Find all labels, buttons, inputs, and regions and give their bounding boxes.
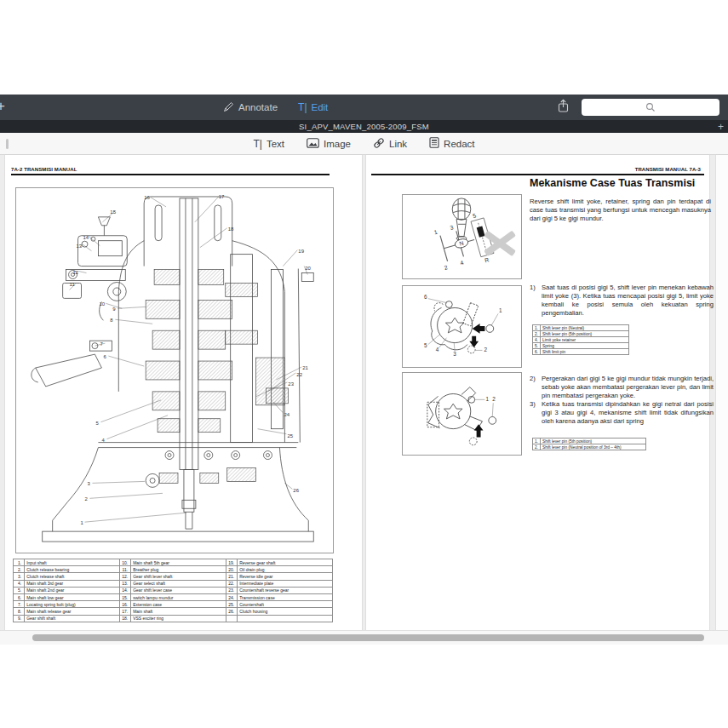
step-item: 2) Pergerakan dari gigi 5 ke gigi mundur… — [530, 375, 714, 400]
page-left-header: 7A-2 TRANSMISI MANUAL — [11, 167, 77, 172]
svg-text:23: 23 — [288, 381, 294, 387]
svg-text:16: 16 — [144, 195, 150, 200]
image-tool-label: Image — [324, 139, 351, 149]
table-row: 2.Shift lever pin (Neutral position of 3… — [533, 444, 646, 450]
legend-table-2: 1.Shift lever pin (5th position) 2.Shift… — [532, 438, 646, 450]
link-icon — [373, 137, 385, 151]
parts-legend-table: 1.Input shaft 10.Main shaft 5th gear 19.… — [13, 559, 333, 622]
steps-group: 2) Pergerakan dari gigi 5 ke gigi mundur… — [530, 375, 714, 426]
svg-text:2: 2 — [84, 496, 88, 502]
toolbar-drag-handle[interactable] — [6, 139, 9, 149]
svg-text:4: 4 — [101, 438, 105, 443]
table-row: 1.Shift lever pin (5th position) — [533, 439, 646, 444]
link-tool-button[interactable]: Link — [373, 137, 407, 151]
new-tab-plus-icon[interactable]: + — [718, 120, 724, 133]
intro-paragraph: Reverse shift limit yoke, retainer, spri… — [530, 198, 711, 223]
svg-text:3: 3 — [450, 224, 455, 231]
edit-label: Edit — [312, 102, 329, 112]
limit-yoke-diagram-2: 1 2 — [403, 373, 521, 455]
svg-text:6: 6 — [103, 354, 106, 359]
image-icon — [307, 138, 319, 150]
svg-text:17: 17 — [219, 194, 225, 199]
section-title: Mekanisme Case Tuas Transmisi — [530, 177, 695, 189]
redact-icon — [429, 137, 439, 150]
svg-text:21: 21 — [302, 365, 308, 370]
text-tool-label: Text — [267, 139, 284, 149]
shift-knob-diagram: 1 3 5 2 4 R N — [403, 195, 521, 278]
svg-text:9: 9 — [112, 307, 116, 312]
redact-tool-button[interactable]: Redact — [429, 137, 474, 150]
cross-mark — [484, 231, 516, 257]
shift-pattern-figure: 1 3 5 2 4 R N — [402, 194, 522, 279]
edit-button[interactable]: T| Edit — [298, 101, 328, 113]
svg-text:5: 5 — [424, 342, 427, 348]
svg-text:12: 12 — [73, 270, 79, 275]
transmission-diagram-frame: 1 2 3 4 5 6 7 8 9 10 11 12 13 14 — [15, 187, 334, 553]
document-tab[interactable]: SI_APV_MAVEN_2005-2009_FSM — [299, 122, 429, 131]
table-row: 5.Spring — [533, 343, 629, 349]
step-item: 1) Saat tuas di posisi gigi 5, shift lev… — [530, 284, 714, 318]
table-row: 8.Main shaft release gear 17.Main shaft … — [14, 608, 333, 615]
toolbar-right-group — [557, 95, 719, 120]
text-tool-icon: T| — [253, 138, 261, 150]
table-row: 1.Shift lever pin (Neutral) — [533, 325, 629, 331]
svg-text:4: 4 — [436, 347, 439, 353]
top-toolbar: + Annotate T| Edit — [0, 95, 728, 120]
step-text: Pergerakan dari gigi 5 ke gigi mundur ti… — [542, 375, 714, 400]
edit-tools-toolbar: T| Text Image Link Redact — [0, 133, 728, 155]
svg-text:18: 18 — [228, 226, 234, 232]
svg-text:3: 3 — [87, 481, 90, 486]
table-row: 6.Main shaft low gear 15.switch lampu mu… — [14, 593, 333, 600]
svg-text:6: 6 — [424, 294, 427, 300]
step-text: Ketika tuas transmisi dipindahkan ke gig… — [542, 400, 714, 426]
svg-text:15: 15 — [110, 209, 116, 215]
table-row: 2.Clutch release bearing 11.Breather plu… — [14, 566, 333, 573]
svg-text:20: 20 — [305, 266, 311, 271]
pdf-app-window: + Annotate T| Edit SI_APV_MAVE — [0, 95, 728, 645]
svg-text:7: 7 — [100, 341, 103, 347]
next-page-edge[interactable] — [716, 155, 728, 630]
search-box — [582, 99, 719, 116]
step-number: 2) — [530, 375, 538, 400]
svg-text:13: 13 — [77, 244, 83, 249]
limit-yoke-diagram-1: 6 1 2 5 4 3 — [403, 286, 521, 367]
svg-text:1: 1 — [485, 396, 489, 402]
header-rule — [11, 174, 330, 175]
mode-switcher: Annotate T| Edit — [223, 95, 328, 120]
header-rule — [371, 174, 704, 175]
svg-text:1: 1 — [433, 229, 439, 236]
svg-text:2: 2 — [444, 264, 449, 271]
limit-yoke-figure-1: 6 1 2 5 4 3 — [402, 285, 522, 368]
table-row: 7.Locating spring bolt (plug) 16.Extensi… — [14, 601, 333, 608]
text-tool-button[interactable]: T| Text — [253, 138, 284, 150]
page-7a-3: TRANSMISI MANUAL 7A-3 Mekanisme Case Tua… — [366, 155, 709, 630]
table-row: 2.Shift lever pin (5th position) — [533, 331, 629, 337]
svg-text:5: 5 — [95, 421, 99, 426]
svg-text:5: 5 — [472, 212, 477, 219]
table-row: 9.Gear shift shaft 18.VSS exciter ring — [14, 615, 333, 622]
step-number: 3) — [530, 400, 538, 426]
page-7a-2: 7A-2 TRANSMISI MANUAL — [5, 155, 362, 630]
svg-text:3: 3 — [453, 351, 456, 357]
document-content-area[interactable]: 7A-2 TRANSMISI MANUAL — [0, 155, 728, 630]
horizontal-scrollbar-track[interactable] — [0, 630, 728, 645]
svg-text:2: 2 — [492, 396, 496, 402]
annotate-label: Annotate — [238, 102, 278, 112]
svg-text:4: 4 — [460, 260, 465, 267]
svg-text:26: 26 — [293, 488, 299, 493]
share-icon[interactable] — [557, 99, 570, 117]
image-tool-button[interactable]: Image — [307, 138, 351, 150]
link-tool-label: Link — [389, 139, 407, 149]
table-row: 4.Main shaft 3rd gear 13.Gear select sha… — [14, 580, 333, 587]
svg-text:22: 22 — [296, 372, 302, 377]
plus-icon[interactable]: + — [0, 98, 5, 115]
search-input[interactable] — [582, 99, 719, 116]
table-row: 4.Limit yoke retainer — [533, 337, 629, 343]
horizontal-scrollbar-thumb[interactable] — [32, 634, 704, 641]
svg-text:10: 10 — [99, 301, 105, 307]
svg-text:25: 25 — [287, 433, 293, 439]
annotate-button[interactable]: Annotate — [223, 101, 278, 114]
svg-text:1: 1 — [81, 520, 84, 525]
legend-table-1: 1.Shift lever pin (Neutral) 2.Shift leve… — [532, 324, 629, 355]
step-number: 1) — [530, 284, 538, 318]
